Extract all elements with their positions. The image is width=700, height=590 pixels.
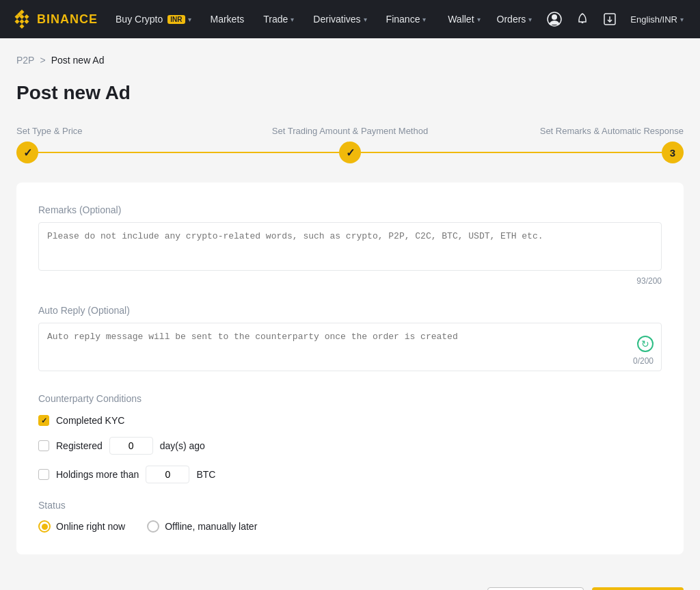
finance-label: Finance [386, 14, 420, 25]
step-line-2 [361, 152, 662, 153]
markets-label: Markets [211, 14, 245, 25]
svg-marker-8 [20, 24, 25, 29]
nav-finance[interactable]: Finance ▾ [379, 0, 433, 38]
action-buttons: Previous Post [487, 587, 684, 590]
svg-marker-6 [20, 19, 25, 24]
derivatives-chevron-icon: ▾ [364, 16, 367, 23]
derivatives-label: Derivatives [313, 14, 360, 25]
previous-button[interactable]: Previous [487, 587, 584, 590]
online-radio-button[interactable] [38, 520, 51, 533]
remarks-section: Remarks (Optional) 93/200 [38, 204, 662, 286]
kyc-label: Completed KYC [56, 415, 124, 426]
svg-marker-5 [25, 19, 29, 24]
holdings-value-input[interactable] [146, 466, 189, 483]
wallet-label: Wallet [448, 14, 474, 25]
trade-chevron-icon: ▾ [291, 16, 294, 23]
registered-suffix: day(s) ago [160, 440, 205, 451]
offline-label: Offline, manually later [165, 521, 257, 532]
counterparty-label: Counterparty Conditions [38, 393, 662, 404]
page-title: Post new Ad [16, 82, 684, 104]
remarks-label: Remarks (Optional) [38, 204, 662, 215]
status-section: Status Online right now Offline, manuall… [38, 500, 662, 533]
user-icon [547, 12, 562, 27]
step3-label: Set Remarks & Automatic Response [461, 126, 684, 136]
registered-checkbox[interactable] [38, 440, 49, 451]
notifications-icon-button[interactable] [570, 0, 595, 38]
language-label: English/INR [630, 14, 677, 25]
status-online-option[interactable]: Online right now [38, 520, 125, 533]
svg-marker-7 [15, 19, 20, 24]
auto-reply-label: Auto Reply (Optional) [38, 305, 662, 316]
holdings-row: Holdings more than BTC [38, 466, 662, 483]
auto-reply-char-count: 0/200 [633, 356, 654, 366]
profile-icon-button[interactable] [541, 0, 567, 38]
trade-label: Trade [263, 14, 288, 25]
online-label: Online right now [56, 521, 125, 532]
language-chevron-icon: ▾ [680, 16, 684, 23]
main-content: P2P > Post new Ad Post new Ad Set Type &… [0, 38, 700, 590]
step3-circle: 3 [662, 142, 684, 163]
offline-radio-button[interactable] [147, 520, 159, 533]
auto-reply-section: Auto Reply (Optional) ↻ 0/200 [38, 305, 662, 374]
holdings-label: Holdings more than [56, 469, 139, 480]
status-label: Status [38, 500, 662, 511]
wallet-nav-item[interactable]: Wallet ▾ [441, 0, 487, 38]
brand-name: BINANCE [37, 12, 98, 27]
auto-reply-textarea[interactable] [38, 323, 662, 371]
navbar-right: Wallet ▾ Orders ▾ [441, 0, 689, 38]
nav-buy-crypto[interactable]: Buy Crypto INR ▾ [109, 0, 198, 38]
finance-chevron-icon: ▾ [422, 16, 426, 23]
step1-circle: ✓ [16, 142, 38, 163]
step1-label: Set Type & Price [16, 126, 239, 136]
registered-label: Registered [56, 440, 103, 451]
kyc-row: ✓ Completed KYC [38, 415, 662, 426]
auto-reply-wrapper: ↻ 0/200 [38, 323, 662, 374]
stepper: Set Type & Price Set Trading Amount & Pa… [16, 126, 684, 163]
step-line-1 [38, 152, 339, 153]
svg-point-10 [552, 14, 557, 20]
remarks-char-count: 93/200 [38, 276, 662, 286]
bell-icon [576, 12, 589, 26]
buy-crypto-label: Buy Crypto [116, 14, 163, 25]
holdings-unit: BTC [196, 469, 215, 480]
svg-rect-11 [582, 22, 584, 23]
binance-logo-icon [11, 8, 33, 30]
kyc-checkmark-icon: ✓ [41, 416, 47, 425]
refresh-icon[interactable]: ↻ [637, 336, 654, 352]
wallet-chevron-icon: ▾ [477, 16, 481, 23]
step2-label: Set Trading Amount & Payment Method [239, 126, 461, 136]
holdings-checkbox[interactable] [38, 469, 49, 480]
orders-nav-item[interactable]: Orders ▾ [490, 0, 539, 38]
breadcrumb-p2p[interactable]: P2P [16, 55, 34, 66]
online-radio-inner [42, 524, 48, 530]
orders-label: Orders [497, 14, 526, 25]
download-icon-button[interactable] [597, 0, 622, 38]
kyc-checkbox[interactable]: ✓ [38, 415, 49, 426]
step2-circle: ✓ [339, 142, 361, 163]
counterparty-section: Counterparty Conditions ✓ Completed KYC … [38, 393, 662, 483]
download-icon [603, 12, 617, 26]
language-selector[interactable]: English/INR ▾ [625, 0, 689, 38]
orders-chevron-icon: ▾ [528, 16, 532, 23]
brand-logo[interactable]: BINANCE [11, 8, 98, 30]
inr-badge: INR [167, 15, 185, 24]
nav-trade[interactable]: Trade ▾ [256, 0, 301, 38]
stepper-visual: ✓ ✓ 3 [16, 142, 684, 163]
registered-row: Registered day(s) ago [38, 437, 662, 455]
status-radio-group: Online right now Offline, manually later [38, 520, 662, 533]
buy-crypto-chevron-icon: ▾ [188, 16, 191, 23]
form-card: Remarks (Optional) 93/200 Auto Reply (Op… [16, 183, 684, 554]
footer-bar: ? Help & Guide Previous Post [16, 576, 684, 590]
status-offline-option[interactable]: Offline, manually later [147, 520, 257, 533]
navbar: BINANCE Buy Crypto INR ▾ Markets Trade ▾… [0, 0, 700, 38]
registered-days-input[interactable] [109, 437, 153, 455]
svg-marker-2 [25, 14, 29, 19]
breadcrumb-separator: > [40, 55, 45, 66]
breadcrumb-current: Post new Ad [51, 55, 105, 66]
nav-derivatives[interactable]: Derivatives ▾ [306, 0, 373, 38]
nav-markets[interactable]: Markets [204, 0, 252, 38]
post-button[interactable]: Post [592, 587, 684, 590]
remarks-textarea[interactable] [38, 222, 662, 271]
breadcrumb: P2P > Post new Ad [16, 55, 684, 66]
